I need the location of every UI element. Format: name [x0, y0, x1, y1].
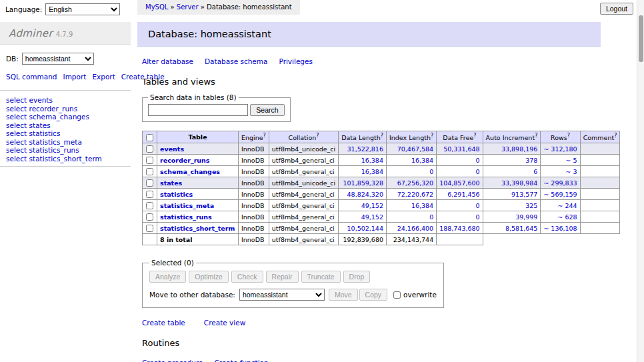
overwrite-option[interactable]: overwrite	[393, 291, 437, 299]
auto-increment-link-events[interactable]: 33,898,196	[501, 145, 537, 153]
scrollbar-thumb[interactable]	[639, 15, 643, 62]
data-length-link-statistics[interactable]: 48,824,320	[347, 191, 383, 198]
index-length-link-schema_changes[interactable]: 0	[429, 168, 433, 175]
index-length-link-statistics_meta[interactable]: 16,384	[411, 202, 433, 209]
rows-link-events[interactable]: ~ 312,180	[543, 145, 577, 153]
index-length-link-states[interactable]: 67,256,320	[397, 179, 433, 187]
row-checkbox-recorder_runs[interactable]	[146, 157, 153, 164]
scrollbar[interactable]	[637, 0, 644, 362]
sidebar-link-import[interactable]: Import	[63, 73, 87, 81]
data-length-link-statistics_runs[interactable]: 49,152	[361, 213, 383, 221]
op-check-button[interactable]: Check	[231, 271, 263, 283]
table-link-statistics[interactable]: statistics	[160, 191, 193, 198]
auto-increment-link-statistics_short_term[interactable]: 8,581,645	[505, 225, 537, 232]
select-link-recorder_runs[interactable]: select	[6, 105, 27, 113]
link-alter-database[interactable]: Alter database	[142, 57, 193, 65]
sidebar-table-link-events[interactable]: events	[29, 96, 53, 104]
rows-link-statistics_short_term[interactable]: ~ 136,108	[543, 225, 577, 232]
data-length-link-states[interactable]: 101,859,328	[343, 179, 383, 187]
link-database-schema[interactable]: Database schema	[205, 57, 267, 65]
op-optimize-button[interactable]: Optimize	[189, 271, 228, 283]
help-link[interactable]: ?	[567, 133, 570, 139]
auto-increment-link-statistics[interactable]: 913,577	[511, 191, 537, 198]
data-free-link-statistics_runs[interactable]: 0	[476, 213, 480, 221]
logout-button[interactable]: Logout	[600, 3, 633, 15]
sidebar-table-link-statistics[interactable]: statistics	[29, 129, 61, 137]
table-link-statistics_runs[interactable]: statistics_runs	[160, 213, 212, 221]
op-repair-button[interactable]: Repair	[266, 271, 299, 283]
op-drop-button[interactable]: Drop	[343, 271, 371, 283]
row-checkbox-statistics_short_term[interactable]	[146, 225, 153, 232]
rows-link-schema_changes[interactable]: ~ 3	[566, 168, 577, 175]
help-link[interactable]: ?	[316, 133, 319, 139]
check-all-checkbox[interactable]	[146, 134, 153, 141]
select-link-events[interactable]: select	[6, 96, 27, 104]
select-link-schema_changes[interactable]: select	[6, 113, 27, 121]
data-free-link-recorder_runs[interactable]: 0	[476, 157, 480, 164]
table-link-schema_changes[interactable]: schema_changes	[160, 168, 220, 175]
move-move-button[interactable]: Move	[329, 289, 358, 301]
index-length-link-recorder_runs[interactable]: 16,384	[411, 157, 433, 164]
help-link[interactable]: ?	[381, 133, 383, 139]
auto-increment-link-schema_changes[interactable]: 6	[533, 168, 537, 175]
row-checkbox-statistics_meta[interactable]	[146, 202, 153, 209]
table-link-states[interactable]: states	[160, 179, 182, 187]
data-length-link-schema_changes[interactable]: 16,384	[361, 168, 383, 175]
data-length-link-statistics_short_term[interactable]: 10,502,144	[347, 225, 383, 232]
select-link-statistics[interactable]: select	[6, 129, 27, 137]
data-free-link-statistics[interactable]: 6,291,456	[447, 191, 479, 198]
data-free-link-states[interactable]: 104,857,600	[439, 179, 479, 187]
help-link[interactable]: ?	[535, 133, 537, 139]
sidebar-link-sql-command[interactable]: SQL command	[6, 73, 57, 81]
index-length-link-statistics_runs[interactable]: 0	[429, 213, 433, 221]
auto-increment-link-states[interactable]: 33,398,984	[501, 179, 537, 187]
data-length-link-statistics_meta[interactable]: 49,152	[361, 202, 383, 209]
help-link[interactable]: ?	[614, 133, 617, 139]
sidebar-table-link-schema_changes[interactable]: schema_changes	[29, 113, 89, 121]
link-create-function[interactable]: Create function	[215, 359, 269, 362]
row-checkbox-schema_changes[interactable]	[146, 168, 153, 175]
rows-link-statistics_runs[interactable]: ~ 628	[558, 213, 577, 221]
table-link-statistics_meta[interactable]: statistics_meta	[160, 202, 214, 209]
sidebar-link-export[interactable]: Export	[92, 73, 115, 81]
search-input[interactable]	[148, 104, 248, 116]
rows-link-states[interactable]: ~ 299,833	[543, 179, 577, 187]
table-link-recorder_runs[interactable]: recorder_runs	[160, 157, 210, 164]
help-link[interactable]: ?	[431, 133, 433, 139]
db-select[interactable]: homeassistant	[22, 53, 94, 65]
table-link-statistics_short_term[interactable]: statistics_short_term	[160, 225, 235, 232]
select-link-statistics_meta[interactable]: select	[6, 138, 27, 146]
select-link-states[interactable]: select	[6, 121, 27, 129]
select-link-statistics_short_term[interactable]: select	[6, 155, 27, 163]
auto-increment-link-recorder_runs[interactable]: 378	[525, 157, 537, 164]
row-checkbox-states[interactable]	[146, 179, 153, 187]
index-length-link-statistics[interactable]: 72,220,672	[397, 191, 433, 198]
data-free-link-schema_changes[interactable]: 0	[476, 168, 480, 175]
data-length-link-recorder_runs[interactable]: 16,384	[361, 157, 383, 164]
link-privileges[interactable]: Privileges	[279, 57, 313, 65]
data-free-link-statistics_short_term[interactable]: 188,743,680	[439, 225, 479, 232]
row-checkbox-events[interactable]	[146, 145, 153, 153]
link-create-view[interactable]: Create view	[204, 319, 245, 327]
help-link[interactable]: ?	[473, 133, 476, 139]
data-free-link-statistics_meta[interactable]: 0	[476, 202, 480, 209]
auto-increment-link-statistics_meta[interactable]: 325	[525, 202, 537, 209]
move-db-select[interactable]: homeassistant	[239, 289, 325, 301]
language-select[interactable]: English	[45, 3, 120, 15]
select-link-statistics_runs[interactable]: select	[6, 146, 27, 154]
sidebar-table-link-states[interactable]: states	[29, 121, 51, 129]
row-checkbox-statistics[interactable]	[146, 191, 153, 198]
breadcrumb-link-server[interactable]: Server	[177, 3, 199, 11]
search-button[interactable]: Search	[250, 104, 284, 116]
data-length-link-events[interactable]: 31,522,816	[347, 145, 383, 153]
sidebar-table-link-recorder_runs[interactable]: recorder_runs	[29, 105, 78, 113]
help-link[interactable]: ?	[263, 133, 266, 139]
op-analyze-button[interactable]: Analyze	[149, 271, 186, 283]
op-truncate-button[interactable]: Truncate	[301, 271, 341, 283]
rows-link-statistics[interactable]: ~ 569,159	[543, 191, 577, 198]
data-free-link-events[interactable]: 50,331,648	[443, 145, 479, 153]
sidebar-table-link-statistics_meta[interactable]: statistics_meta	[29, 138, 82, 146]
rows-link-recorder_runs[interactable]: ~ 5	[566, 157, 577, 164]
index-length-link-events[interactable]: 70,467,584	[397, 145, 433, 153]
overwrite-checkbox[interactable]	[393, 291, 401, 299]
